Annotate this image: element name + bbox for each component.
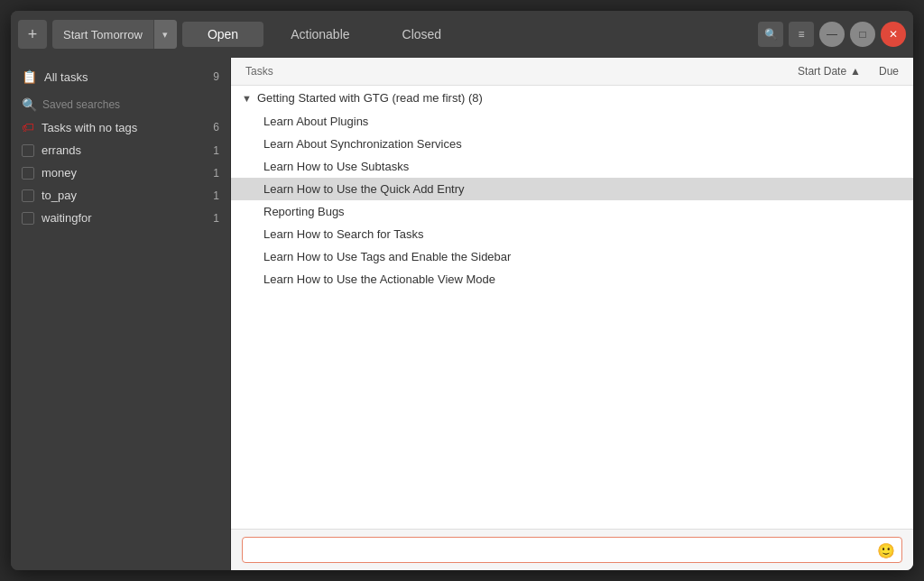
col-tasks-header: Tasks [245,65,798,78]
emoji-icon[interactable]: 🙂 [877,541,895,558]
task-list: ▼ Getting Started with GTG (read me firs… [231,86,913,529]
menu-button[interactable]: ≡ [789,22,814,47]
search-icon: 🔍 [22,97,37,112]
content-area: Tasks Start Date ▲ Due ▼ Getting Started… [231,58,913,570]
money-color [22,167,34,180]
minimize-icon: — [827,28,837,41]
start-tomorrow-dropdown[interactable]: Start Tomorrow ▾ [52,20,177,49]
errands-count: 1 [213,144,219,157]
sidebar-item-to-pay[interactable]: to_pay 1 [11,184,230,207]
sidebar-item-money[interactable]: money 1 [11,161,230,184]
close-button[interactable]: ✕ [881,22,906,47]
task-row[interactable]: Learn How to Use Subtasks [231,155,913,178]
window-controls: 🔍 ≡ — □ ✕ [758,22,906,47]
hamburger-icon: ≡ [798,28,804,41]
waitingfor-count: 1 [213,212,219,225]
all-tasks-icon: 📋 [22,69,37,84]
quick-add-bar: 🙂 [231,529,913,570]
task-row[interactable]: Reporting Bugs [231,200,913,223]
maximize-icon: □ [859,28,865,41]
dropdown-arrow-icon[interactable]: ▾ [153,20,177,49]
maximize-button[interactable]: □ [850,22,875,47]
main-area: 📋 All tasks 9 🔍 Saved searches 🏷 Tasks w… [11,58,913,570]
task-row[interactable]: Learn How to Use Tags and Enable the Sid… [231,245,913,268]
task-row[interactable]: Learn How to Search for Tasks [231,223,913,245]
task-row[interactable]: Learn About Synchronization Services [231,133,913,155]
tab-open[interactable]: Open [182,22,263,47]
main-window: + Start Tomorrow ▾ Open Actionable Close… [11,11,913,570]
saved-searches-section: 🔍 Saved searches [11,88,230,115]
no-tags-label: Tasks with no tags [42,121,137,134]
col-startdate-header[interactable]: Start Date ▲ [798,65,861,78]
task-row[interactable]: Learn About Plugins [231,110,913,133]
saved-searches-label: Saved searches [42,98,120,111]
sidebar-item-no-tags[interactable]: 🏷 Tasks with no tags 6 [11,115,230,139]
sidebar-item-all-tasks[interactable]: 📋 All tasks 9 [11,65,230,88]
waitingfor-label: waitingfor [42,211,92,225]
dropdown-label: Start Tomorrow [52,28,153,42]
money-count: 1 [213,167,219,180]
to-pay-count: 1 [213,189,219,202]
quick-add-input[interactable] [242,537,902,563]
task-group-label: Getting Started with GTG (read me first)… [257,91,483,105]
all-tasks-count: 9 [213,70,219,83]
all-tasks-label: All tasks [44,70,88,84]
minimize-button[interactable]: — [819,22,845,47]
close-icon: ✕ [889,28,898,41]
errands-color [22,144,34,157]
errands-label: errands [42,143,81,157]
tab-actionable[interactable]: Actionable [265,22,374,47]
money-label: money [42,166,77,180]
add-task-button[interactable]: + [18,20,47,49]
no-tags-count: 6 [213,121,219,134]
tab-closed[interactable]: Closed [377,22,467,47]
sidebar-item-errands[interactable]: errands 1 [11,139,230,161]
column-header: Tasks Start Date ▲ Due [231,58,913,86]
titlebar: + Start Tomorrow ▾ Open Actionable Close… [11,11,913,58]
to-pay-label: to_pay [42,189,77,202]
task-row-highlighted[interactable]: Learn How to Use the Quick Add Entry [231,178,913,200]
quick-add-wrapper: 🙂 [242,537,902,563]
col-due-header: Due [879,65,899,78]
to-pay-color [22,189,34,202]
waitingfor-color [22,212,34,225]
search-button[interactable]: 🔍 [758,22,783,47]
plus-icon: + [28,25,38,44]
task-group-header[interactable]: ▼ Getting Started with GTG (read me firs… [231,86,913,110]
task-row[interactable]: Learn How to Use the Actionable View Mod… [231,268,913,290]
sidebar: 📋 All tasks 9 🔍 Saved searches 🏷 Tasks w… [11,58,231,570]
no-tags-icon: 🏷 [22,120,34,134]
view-tabs: Open Actionable Closed [182,22,467,47]
expand-arrow-icon: ▼ [242,93,252,104]
sidebar-item-waitingfor[interactable]: waitingfor 1 [11,207,230,229]
search-icon: 🔍 [764,28,778,41]
